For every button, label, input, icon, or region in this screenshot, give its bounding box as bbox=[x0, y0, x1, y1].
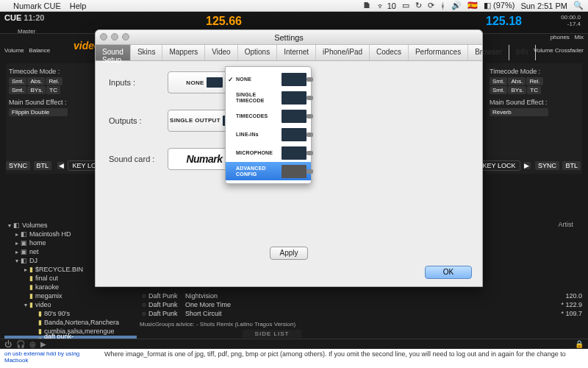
timecode-mode-smt[interactable]: Smt. bbox=[9, 86, 26, 94]
effect-select-a[interactable]: Flippin Double bbox=[9, 108, 68, 116]
sync-button-a[interactable]: SYNC bbox=[6, 161, 30, 170]
next-b[interactable]: ▶ bbox=[523, 162, 531, 169]
target-icon[interactable]: ◎ bbox=[29, 340, 36, 348]
ok-button[interactable]: OK bbox=[425, 266, 472, 279]
deck-b-panel: Timecode Mode : Smt.Abs.Rel.Smt.BYs.TC M… bbox=[487, 63, 582, 174]
dropdown-item-advanced-config[interactable]: ADVANCED CONFIG bbox=[226, 162, 311, 180]
soundcard-label: Sound card : bbox=[109, 155, 168, 163]
master-label: Master bbox=[18, 28, 35, 35]
btl-button-b[interactable]: BTL bbox=[562, 161, 581, 170]
tree-item[interactable]: ▮megamix bbox=[4, 291, 137, 300]
timecode-mode-bys[interactable]: BYs. bbox=[27, 86, 46, 94]
mac-menubar: Numark CUE Help ᯤ 10 ▭ ↻ ⟳ ᚼ 🔊 🇪🇸 ◧ (97%… bbox=[0, 0, 588, 12]
tab-video[interactable]: Video bbox=[205, 45, 237, 60]
sidelist-label[interactable]: SIDE LIST bbox=[243, 330, 301, 338]
timecode-mode-abs[interactable]: Abs. bbox=[508, 77, 526, 85]
tab-browser[interactable]: Browser bbox=[468, 45, 509, 60]
battery-icon[interactable]: ◧ (97%) bbox=[484, 1, 514, 10]
inputs-dropdown-menu[interactable]: ✓NONESINGLE TIMECODETIMECODESLINE-INsMIC… bbox=[225, 66, 312, 184]
headphone-icon[interactable]: 🎧 bbox=[16, 340, 25, 348]
dropdown-item-line-ins[interactable]: LINE-INs bbox=[226, 125, 311, 144]
settings-tabs: Sound SetupSkinsMappersVideoOptionsInter… bbox=[96, 45, 482, 61]
timecode-mode-bys[interactable]: BYs. bbox=[508, 86, 526, 94]
sync-button-b[interactable]: SYNC bbox=[535, 161, 559, 170]
apply-button[interactable]: Apply bbox=[270, 247, 308, 260]
clock[interactable]: Sun 2:51 PM bbox=[520, 1, 567, 10]
track-row[interactable]: ○Daft PunkShort Circuit* 109.7 bbox=[140, 309, 582, 318]
tab-options[interactable]: Options bbox=[238, 45, 277, 60]
tree-item[interactable]: ▮80's 90's bbox=[4, 309, 137, 318]
effect-select-b[interactable]: Reverb bbox=[490, 108, 548, 116]
tab-internet[interactable]: Internet bbox=[277, 45, 316, 60]
volume-icon[interactable]: 🔊 bbox=[451, 1, 462, 10]
timecode-mode-tc[interactable]: TC bbox=[46, 86, 60, 94]
sync-icon[interactable]: ⟳ bbox=[428, 1, 434, 10]
menubar-app[interactable]: Numark CUE bbox=[13, 1, 61, 10]
tab-sound-setup[interactable]: Sound Setup bbox=[96, 45, 131, 60]
lock-icon[interactable]: 🔒 bbox=[575, 340, 584, 348]
prev-a[interactable]: ◀ bbox=[57, 162, 65, 169]
track-list[interactable]: ○Daft PunkNightvision120.0○Daft PunkOne … bbox=[140, 291, 582, 328]
outputs-label: Outputs : bbox=[109, 116, 168, 125]
timecode-mode-smt[interactable]: Smt. bbox=[490, 86, 507, 94]
flag-icon[interactable]: 🇪🇸 bbox=[467, 1, 478, 10]
tab-info[interactable]: Info bbox=[509, 45, 536, 60]
zoom-icon[interactable] bbox=[122, 33, 129, 40]
bluetooth-icon[interactable]: ᚼ bbox=[440, 1, 445, 10]
spotlight-icon[interactable]: 🔍 bbox=[573, 1, 584, 10]
track-row[interactable]: ○Daft PunkOne More Time* 122.9 bbox=[140, 300, 582, 309]
tree-item[interactable]: ▾▮video bbox=[4, 300, 137, 309]
deck-a-panel: Timecode Mode : Smt.Abs.Rel.Smt.BYs.TC M… bbox=[6, 63, 101, 174]
inputs-label: Inputs : bbox=[109, 78, 168, 87]
keylock-b[interactable]: KEY LOCK bbox=[478, 160, 521, 171]
menubar-help[interactable]: Help bbox=[70, 1, 87, 10]
timecode-mode-smt[interactable]: Smt. bbox=[9, 77, 26, 85]
dropdown-item-timecodes[interactable]: TIMECODES bbox=[226, 107, 311, 125]
timecode-mode-smt[interactable]: Smt. bbox=[490, 77, 507, 85]
tab-codecs[interactable]: Codecs bbox=[370, 45, 409, 60]
timecode-mode-abs[interactable]: Abs. bbox=[27, 77, 45, 85]
dropdown-item-none[interactable]: ✓NONE bbox=[226, 70, 311, 88]
settings-title: Settings bbox=[274, 33, 304, 42]
display-icon[interactable]: ▭ bbox=[402, 1, 409, 10]
tab-skins[interactable]: Skins bbox=[131, 45, 162, 60]
off-icon[interactable]: ⏻ bbox=[4, 340, 12, 348]
dropdown-item-single-timecode[interactable]: SINGLE TIMECODE bbox=[226, 88, 311, 107]
tab-iphone-ipad[interactable]: iPhone/iPad bbox=[316, 45, 370, 60]
dropdown-item-microphone[interactable]: MICROPHONE bbox=[226, 144, 311, 162]
wifi-icon[interactable]: ᯤ 10 bbox=[377, 1, 396, 10]
timecode-mode-rel[interactable]: Rel. bbox=[526, 77, 542, 85]
music-advice: MusicGroups advice: - Shots Remix (Latin… bbox=[140, 321, 582, 328]
tree-item[interactable]: ▮Banda,Nortena,Ranchera bbox=[4, 318, 137, 327]
btl-button-a[interactable]: BTL bbox=[34, 161, 52, 170]
deck-a-bpm: 125.66 bbox=[206, 15, 242, 28]
tab-performances[interactable]: Performances bbox=[409, 45, 468, 60]
timecode-mode-rel[interactable]: Rel. bbox=[46, 77, 62, 85]
timecode-mode-tc[interactable]: TC bbox=[527, 86, 541, 94]
column-artist-header: Artist bbox=[558, 221, 573, 228]
deck-b-bpm: 125.18 bbox=[486, 15, 522, 28]
evernote-icon[interactable] bbox=[362, 1, 371, 11]
close-icon[interactable] bbox=[100, 33, 107, 40]
play-icon[interactable]: ▶ bbox=[40, 340, 46, 348]
bottom-toolbar: ⏻ 🎧 ◎ ▶ 🔒 bbox=[0, 339, 588, 349]
tab-mappers[interactable]: Mappers bbox=[162, 45, 205, 60]
minimize-icon[interactable] bbox=[111, 33, 118, 40]
timemachine-icon[interactable]: ↻ bbox=[415, 1, 422, 10]
track-row[interactable]: ○Daft PunkNightvision120.0 bbox=[140, 291, 582, 300]
background-page: on usb external hdd by using Macbook Whe… bbox=[0, 349, 588, 368]
